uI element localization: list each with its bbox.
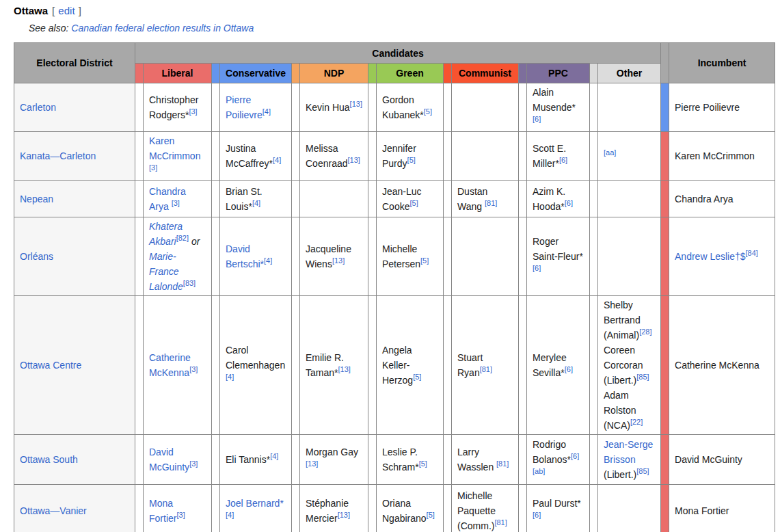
footnote-ref[interactable]: [6] xyxy=(565,365,573,373)
footnote-ref[interactable]: [5] xyxy=(420,256,429,265)
candidate-link[interactable]: David Bertschi* xyxy=(226,243,264,269)
footnote-ref[interactable]: [3] xyxy=(189,107,197,116)
footnote-ref-link[interactable]: [6] xyxy=(565,199,573,207)
footnote-ref[interactable]: [3] xyxy=(176,511,185,519)
see-also-link[interactable]: Canadian federal election results in Ott… xyxy=(71,23,254,34)
footnote-ref[interactable]: [81] xyxy=(494,518,507,527)
footnote-ref-link[interactable]: [6] xyxy=(533,115,541,123)
footnote-ref-link[interactable]: [13] xyxy=(338,365,350,373)
edit-link[interactable]: edit xyxy=(58,5,75,16)
footnote-ref-link[interactable]: [81] xyxy=(494,518,507,527)
footnote-ref[interactable]: [81] xyxy=(480,365,492,373)
footnote-ref-link[interactable]: [4] xyxy=(226,373,234,381)
footnote-ref-link[interactable]: [ab] xyxy=(533,467,545,475)
footnote-ref[interactable]: [ab] xyxy=(533,467,545,475)
footnote-ref-link[interactable]: [4] xyxy=(226,511,234,519)
footnote-ref[interactable]: [85] xyxy=(636,373,649,381)
footnote-ref[interactable]: [84] xyxy=(746,249,758,257)
footnote-ref-link[interactable]: [28] xyxy=(639,328,651,336)
footnote-ref[interactable]: [6] xyxy=(559,156,567,164)
footnote-ref-link[interactable]: [5] xyxy=(419,460,427,468)
footnote-ref-link[interactable]: [5] xyxy=(413,373,421,381)
footnote-ref[interactable]: [6] xyxy=(533,511,541,519)
footnote-ref-link[interactable]: [13] xyxy=(348,156,360,164)
footnote-ref[interactable]: [5] xyxy=(419,460,427,468)
footnote-ref-link[interactable]: [5] xyxy=(427,511,435,519)
footnote-ref-link[interactable]: [82] xyxy=(176,234,189,242)
footnote-ref-link[interactable]: [6] xyxy=(559,156,567,164)
district-link[interactable]: Kanata—Carleton xyxy=(20,150,96,161)
footnote-ref-link[interactable]: [81] xyxy=(485,199,497,207)
district-link[interactable]: Ottawa—Vanier xyxy=(20,505,87,516)
footnote-ref[interactable]: [13] xyxy=(348,156,360,164)
footnote-ref-link[interactable]: [4] xyxy=(252,199,260,207)
footnote-ref[interactable]: [6] xyxy=(533,264,541,272)
footnote-ref[interactable]: [5] xyxy=(407,156,416,164)
footnote-ref-link[interactable]: [4] xyxy=(273,156,281,164)
footnote-ref-link[interactable]: [22] xyxy=(630,418,643,426)
footnote-ref-link[interactable]: [6] xyxy=(533,264,541,272)
candidate-link[interactable]: Pierre Poilievre xyxy=(226,94,263,120)
footnote-ref-link[interactable]: [4] xyxy=(263,107,271,116)
footnote-ref[interactable]: [81] xyxy=(496,460,509,468)
footnote-ref[interactable]: [6] xyxy=(565,199,573,207)
footnote-ref[interactable]: [6] xyxy=(533,115,541,123)
footnote-ref-link[interactable]: [85] xyxy=(636,467,649,475)
footnote-ref-link[interactable]: [3] xyxy=(172,199,180,207)
footnote-ref[interactable]: [3] xyxy=(149,163,157,172)
candidate-link[interactable]: Karen McCrimmon xyxy=(149,135,200,161)
footnote-ref-link[interactable]: [5] xyxy=(420,256,429,265)
candidate-link[interactable]: Jean-Serge Brisson xyxy=(604,439,653,465)
footnote-ref-link[interactable]: [83] xyxy=(183,279,196,287)
footnote-ref-link[interactable]: [84] xyxy=(746,249,758,257)
footnote-ref[interactable]: [85] xyxy=(636,467,649,475)
candidate-link[interactable]: Marie-France Lalonde xyxy=(149,251,183,292)
footnote-ref-link[interactable]: [6] xyxy=(571,452,579,460)
candidate-link[interactable]: David McGuinty xyxy=(149,447,189,473)
footnote-ref[interactable]: [22] xyxy=(630,418,643,426)
candidate-link[interactable]: Catherine McKenna xyxy=(149,352,191,378)
footnote-ref-link[interactable]: [6] xyxy=(533,511,541,519)
footnote-ref[interactable]: [4] xyxy=(263,107,271,116)
footnote-ref[interactable]: [28] xyxy=(639,328,651,336)
footnote-ref[interactable]: [4] xyxy=(270,452,278,460)
footnote-ref-link[interactable]: [3] xyxy=(149,163,157,172)
footnote-ref-link[interactable]: [4] xyxy=(264,256,272,265)
district-link[interactable]: Ottawa South xyxy=(20,454,78,465)
footnote-ref[interactable]: [82] xyxy=(176,234,189,242)
footnote-ref[interactable]: [4] xyxy=(252,199,260,207)
footnote-ref[interactable]: [5] xyxy=(427,511,435,519)
footnote-ref[interactable]: [5] xyxy=(424,107,432,116)
footnote-ref[interactable]: [13] xyxy=(306,460,318,468)
footnote-ref-link[interactable]: [6] xyxy=(565,365,573,373)
footnote-ref[interactable]: [83] xyxy=(183,279,196,287)
footnote-ref-link[interactable]: [5] xyxy=(409,199,418,207)
candidate-link[interactable]: Joel Bernard* xyxy=(226,498,284,509)
footnote-ref[interactable]: [13] xyxy=(338,511,350,519)
footnote-ref[interactable]: [13] xyxy=(332,256,345,265)
footnote-ref-link[interactable]: [13] xyxy=(332,256,345,265)
candidate-link[interactable]: Andrew Leslie†$ xyxy=(675,251,746,262)
district-link[interactable]: Nepean xyxy=(20,194,53,204)
footnote-ref[interactable]: [3] xyxy=(189,460,198,468)
district-link[interactable]: Ottawa Centre xyxy=(20,360,81,371)
footnote-ref-link[interactable]: [3] xyxy=(176,511,185,519)
footnote-ref[interactable]: [5] xyxy=(413,373,421,381)
district-link[interactable]: Carleton xyxy=(20,102,56,113)
footnote-ref[interactable]: [aa] xyxy=(604,148,616,157)
footnote-ref[interactable]: [4] xyxy=(226,373,234,381)
footnote-ref-link[interactable]: [81] xyxy=(480,365,492,373)
footnote-ref[interactable]: [3] xyxy=(172,199,180,207)
footnote-ref-link[interactable]: [13] xyxy=(350,100,362,108)
candidate-link[interactable]: Mona Fortier xyxy=(149,498,176,524)
footnote-ref[interactable]: [6] xyxy=(571,452,579,460)
footnote-ref-link[interactable]: [13] xyxy=(306,460,318,468)
footnote-ref[interactable]: [5] xyxy=(409,199,418,207)
footnote-ref[interactable]: [3] xyxy=(189,365,198,373)
footnote-ref-link[interactable]: [3] xyxy=(189,107,197,116)
footnote-ref-link[interactable]: [85] xyxy=(636,373,649,381)
footnote-ref[interactable]: [4] xyxy=(226,511,234,519)
footnote-ref[interactable]: [81] xyxy=(485,199,497,207)
candidate-link[interactable]: Chandra Arya xyxy=(149,186,186,212)
footnote-ref-link[interactable]: [3] xyxy=(189,365,198,373)
